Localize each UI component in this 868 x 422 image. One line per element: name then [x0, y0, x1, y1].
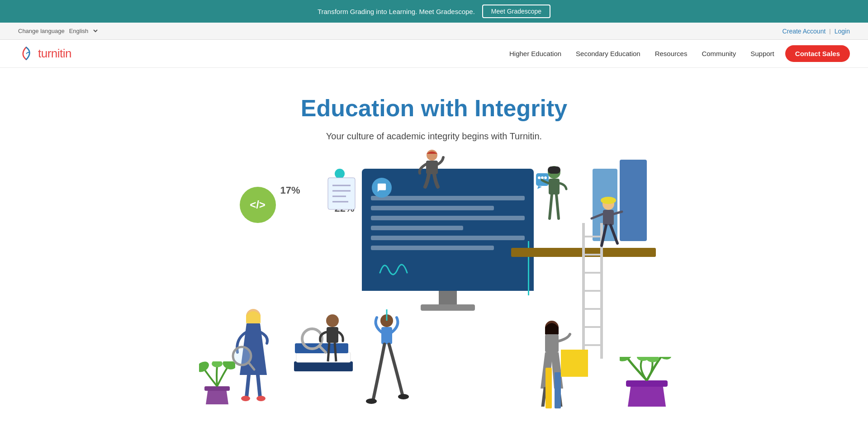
- svg-point-24: [398, 394, 409, 399]
- screen-line: [371, 206, 494, 210]
- svg-rect-54: [328, 178, 355, 209]
- screen-line: [371, 246, 494, 250]
- create-account-link[interactable]: Create Account: [783, 28, 826, 35]
- chat-bubble-icon: [372, 178, 392, 198]
- person-shelf-figure: [534, 164, 574, 225]
- logo-text: turnitin: [38, 47, 71, 61]
- language-dropdown[interactable]: English Español Français: [67, 27, 99, 35]
- main-nav: turnitin Higher Education Secondary Educ…: [0, 40, 868, 68]
- nav-links: Higher Education Secondary Education Res…: [509, 50, 774, 57]
- login-link[interactable]: Login: [835, 28, 850, 35]
- svg-rect-6: [327, 327, 338, 343]
- language-bar: Change language English Español Français…: [0, 23, 868, 40]
- nav-support[interactable]: Support: [750, 50, 774, 57]
- pencil-yellow-icon: [545, 368, 552, 408]
- post-it-note: [561, 350, 588, 377]
- nav-higher-education[interactable]: Higher Education: [509, 50, 561, 57]
- svg-line-27: [543, 389, 545, 407]
- svg-rect-40: [549, 179, 560, 194]
- svg-rect-1: [426, 161, 438, 174]
- screen-line: [371, 226, 463, 230]
- svg-point-13: [256, 396, 266, 401]
- svg-rect-3: [296, 352, 351, 362]
- svg-point-18: [221, 361, 235, 371]
- person-rope-figure: [360, 309, 414, 411]
- svg-line-11: [258, 375, 260, 398]
- svg-point-46: [601, 197, 616, 204]
- logo-area[interactable]: turnitin: [18, 46, 71, 62]
- monitor: [362, 169, 534, 311]
- svg-point-12: [241, 396, 250, 401]
- contact-sales-button[interactable]: Contact Sales: [785, 45, 850, 62]
- monitor-base: [421, 304, 475, 311]
- hero-title: Education with Integrity: [18, 95, 850, 122]
- nav-resources[interactable]: Resources: [655, 50, 688, 57]
- svg-rect-39: [548, 166, 560, 174]
- change-language-label: Change language: [18, 28, 65, 34]
- top-banner: Transform Grading into Learning. Meet Gr…: [0, 0, 868, 23]
- svg-rect-16: [204, 386, 230, 391]
- monitor-stand: [439, 291, 457, 304]
- language-selector[interactable]: Change language English Español Français: [18, 27, 99, 35]
- percentage-17: 17%: [280, 185, 300, 196]
- svg-point-0: [427, 150, 437, 161]
- svg-point-43: [541, 176, 544, 179]
- svg-point-23: [366, 398, 377, 404]
- svg-line-10: [247, 375, 249, 398]
- plant-pot-right: [620, 357, 674, 413]
- auth-links: Create Account | Login: [783, 28, 850, 35]
- svg-rect-48: [603, 210, 614, 225]
- auth-divider: |: [829, 28, 830, 34]
- svg-point-17: [199, 361, 211, 374]
- person-magnifying-figure: [285, 303, 357, 395]
- illustration-container: </> 17% 22%: [185, 160, 683, 413]
- turnitin-logo-icon: [18, 46, 34, 62]
- code-symbol: </>: [250, 199, 266, 211]
- screen-line: [371, 196, 525, 200]
- person-sitting-figure: [412, 148, 448, 195]
- nav-community[interactable]: Community: [702, 50, 736, 57]
- plant-left: [199, 361, 235, 408]
- nav-secondary-education[interactable]: Secondary Education: [576, 50, 640, 57]
- hero-subtitle: Your culture of academic integrity begin…: [18, 131, 850, 142]
- screen-line: [371, 236, 525, 240]
- pencil-blue-icon: [555, 372, 561, 408]
- hero-section: Education with Integrity Your culture of…: [0, 68, 868, 413]
- meet-gradescope-button[interactable]: Meet Gradescope: [482, 5, 550, 18]
- person-climbing-figure: [588, 196, 624, 252]
- illustration-area: </> 17% 22%: [18, 160, 850, 413]
- svg-rect-21: [381, 327, 392, 344]
- svg-rect-2: [294, 361, 353, 371]
- code-badge: </>: [240, 187, 276, 223]
- svg-point-42: [538, 176, 541, 179]
- svg-point-5: [326, 314, 339, 327]
- screen-line: [371, 216, 525, 220]
- banner-text: Transform Grading into Learning. Meet Gr…: [318, 8, 475, 15]
- document-icon: [326, 175, 357, 213]
- svg-point-44: [544, 176, 547, 179]
- monitor-screen: [362, 169, 534, 291]
- cursive-text-icon: [375, 255, 421, 282]
- svg-rect-26: [545, 334, 559, 352]
- svg-rect-49: [626, 380, 668, 387]
- svg-point-19: [212, 361, 223, 367]
